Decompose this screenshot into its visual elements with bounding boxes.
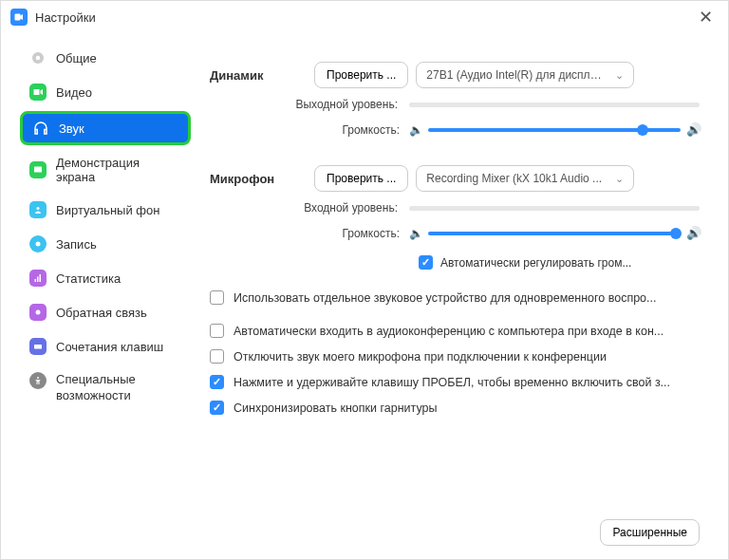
separate-device-checkbox[interactable] bbox=[210, 290, 224, 305]
sidebar-item-audio[interactable]: Звук bbox=[20, 111, 191, 145]
svg-rect-6 bbox=[34, 345, 42, 349]
sidebar-item-label: Обратная связь bbox=[56, 306, 147, 320]
app-icon bbox=[10, 9, 28, 26]
volume-low-icon: 🔈 bbox=[409, 227, 422, 240]
sidebar-item-label: Специальные возможности bbox=[56, 372, 181, 404]
keyboard-icon bbox=[29, 338, 47, 355]
sidebar-item-accessibility[interactable]: Специальные возможности bbox=[20, 365, 191, 411]
auto-adjust-label: Автоматически регулировать гром... bbox=[440, 256, 631, 270]
accessibility-icon bbox=[29, 372, 47, 389]
svg-point-4 bbox=[36, 242, 41, 247]
window-title: Настройки bbox=[35, 10, 692, 25]
sidebar-item-statistics[interactable]: Статистика bbox=[20, 263, 191, 293]
sidebar-item-general[interactable]: Общие bbox=[20, 43, 191, 73]
sidebar-item-label: Демонстрация экрана bbox=[56, 156, 181, 184]
separate-device-label: Использовать отдельное звуковое устройст… bbox=[234, 291, 656, 305]
input-level-meter bbox=[409, 206, 700, 211]
test-mic-button[interactable]: Проверить ... bbox=[314, 165, 408, 192]
output-level-label: Выходной уровень: bbox=[210, 98, 409, 111]
svg-point-3 bbox=[37, 207, 40, 210]
headphones-icon bbox=[32, 120, 49, 137]
sidebar-item-label: Видео bbox=[56, 85, 92, 100]
feedback-icon bbox=[29, 304, 47, 321]
volume-high-icon: 🔊 bbox=[686, 122, 700, 137]
share-screen-icon bbox=[29, 161, 47, 178]
sidebar-item-label: Сочетания клавиш bbox=[56, 340, 163, 354]
space-unmute-label: Нажмите и удерживайте клавишу ПРОБЕЛ, чт… bbox=[234, 376, 670, 389]
mic-device-value: Recording Mixer (kX 10k1 Audio ... bbox=[426, 172, 602, 185]
virtual-bg-icon bbox=[29, 201, 47, 218]
sidebar-item-video[interactable]: Видео bbox=[20, 77, 191, 107]
volume-low-icon: 🔈 bbox=[409, 123, 422, 137]
speaker-device-value: 27B1 (Аудио Intel(R) для дисплее... bbox=[426, 68, 607, 82]
mute-on-join-label: Отключить звук моего микрофона при подкл… bbox=[234, 350, 607, 364]
input-level-label: Входной уровень: bbox=[210, 201, 409, 215]
sidebar-item-label: Статистика bbox=[56, 271, 121, 286]
auto-join-audio-checkbox[interactable] bbox=[210, 324, 224, 338]
test-speaker-button[interactable]: Проверить ... bbox=[314, 62, 408, 88]
record-icon bbox=[29, 235, 47, 252]
advanced-button[interactable]: Расширенные bbox=[600, 519, 700, 546]
mic-section-label: Микрофон bbox=[210, 172, 314, 186]
gear-icon bbox=[29, 49, 47, 66]
auto-join-audio-label: Автоматически входить в аудиоконференцию… bbox=[234, 325, 664, 338]
sync-headset-checkbox[interactable] bbox=[210, 401, 224, 415]
video-icon bbox=[29, 84, 47, 101]
output-level-meter bbox=[409, 103, 700, 107]
sidebar: Общие Видео Звук Демонстрация экрана Вир… bbox=[1, 33, 200, 559]
svg-rect-2 bbox=[34, 167, 42, 173]
settings-panel: Динамик Проверить ... 27B1 (Аудио Intel(… bbox=[200, 33, 728, 559]
sidebar-item-recording[interactable]: Запись bbox=[20, 229, 191, 259]
sidebar-item-share-screen[interactable]: Демонстрация экрана bbox=[20, 149, 191, 191]
svg-point-7 bbox=[37, 377, 39, 379]
sidebar-item-label: Запись bbox=[56, 237, 97, 252]
close-button[interactable]: ✕ bbox=[692, 4, 719, 30]
sidebar-item-label: Виртуальный фон bbox=[56, 203, 159, 217]
mic-device-select[interactable]: Recording Mixer (kX 10k1 Audio ... ⌄ bbox=[416, 165, 634, 192]
sidebar-item-shortcuts[interactable]: Сочетания клавиш bbox=[20, 331, 191, 362]
chevron-down-icon: ⌄ bbox=[615, 173, 624, 185]
svg-point-5 bbox=[36, 310, 41, 315]
titlebar: Настройки ✕ bbox=[1, 1, 728, 33]
stats-icon bbox=[29, 270, 47, 287]
sidebar-item-virtual-bg[interactable]: Виртуальный фон bbox=[20, 195, 191, 225]
sidebar-item-feedback[interactable]: Обратная связь bbox=[20, 297, 191, 327]
speaker-section-label: Динамик bbox=[210, 68, 314, 83]
svg-point-1 bbox=[36, 56, 41, 61]
mute-on-join-checkbox[interactable] bbox=[210, 349, 224, 364]
mic-volume-slider[interactable] bbox=[428, 232, 681, 235]
sidebar-item-label: Звук bbox=[59, 121, 84, 136]
auto-adjust-checkbox[interactable] bbox=[419, 255, 433, 270]
speaker-volume-label: Громкость: bbox=[210, 123, 409, 137]
speaker-volume-slider[interactable] bbox=[428, 128, 681, 132]
sync-headset-label: Синхронизировать кнопки гарнитуры bbox=[234, 401, 437, 415]
space-unmute-checkbox[interactable] bbox=[210, 375, 224, 389]
speaker-device-select[interactable]: 27B1 (Аудио Intel(R) для дисплее... ⌄ bbox=[416, 62, 634, 88]
sidebar-item-label: Общие bbox=[56, 51, 97, 65]
mic-volume-label: Громкость: bbox=[210, 227, 409, 240]
chevron-down-icon: ⌄ bbox=[615, 69, 624, 82]
volume-high-icon: 🔊 bbox=[686, 226, 700, 240]
